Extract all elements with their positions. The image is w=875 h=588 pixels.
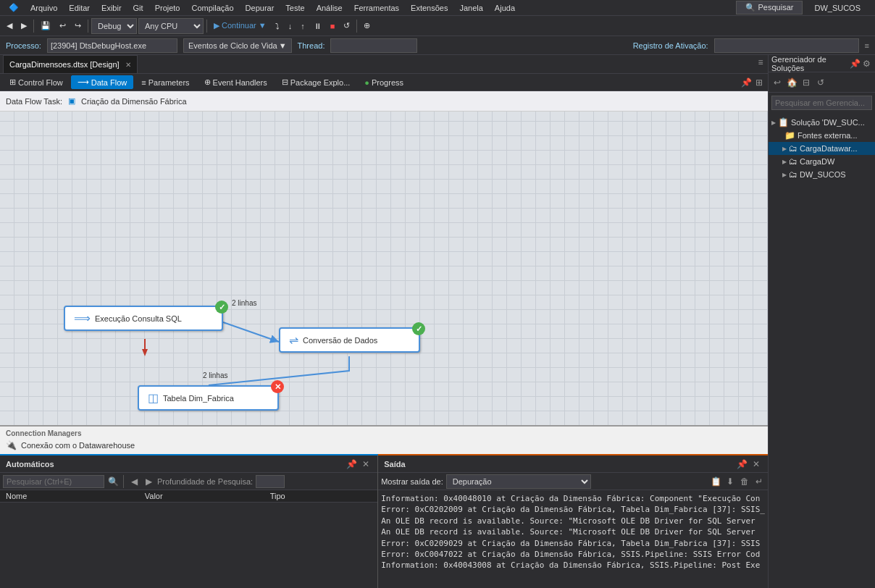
auto-panel-controls: 📌 ✕ (346, 458, 372, 470)
restart-btn[interactable]: ↺ (340, 19, 353, 33)
undo-btn[interactable]: ↩ (56, 19, 70, 33)
output-source-dropdown[interactable]: Depuração (446, 474, 591, 489)
solution-settings-btn[interactable]: ⚙ (861, 58, 872, 70)
auto-search-icon[interactable]: 🔍 (107, 476, 119, 487)
menu-analise[interactable]: Análise (311, 2, 348, 14)
continue-btn[interactable]: ▶ Continuar ▼ (210, 19, 270, 33)
menu-projeto[interactable]: Projeto (149, 2, 186, 14)
menu-janela[interactable]: Janela (453, 2, 488, 14)
tree-item[interactable]: ▶🗂CargaDatawar... (769, 142, 875, 155)
menu-compilacao[interactable]: Compilação (185, 2, 239, 14)
control-flow-label: Control Flow (18, 78, 63, 87)
sol-back-btn[interactable]: ↩ (771, 77, 783, 88)
output-copy-btn[interactable]: 📋 (710, 476, 721, 487)
stop-btn[interactable]: ■ (327, 20, 339, 33)
solution-explorer-header: Gerenciador de Soluções 📌 ⚙ (769, 55, 875, 72)
tab-parameters[interactable]: ≡ Parameters (135, 76, 196, 89)
solution-pin-btn[interactable]: 📌 (849, 58, 861, 70)
output-close-btn[interactable]: ✕ (750, 458, 762, 470)
menu-teste[interactable]: Teste (280, 2, 310, 14)
tree-item[interactable]: ▶📋Solução 'DW_SUC... (769, 116, 875, 129)
cpu-config-dropdown[interactable]: Any CPU (138, 18, 204, 34)
breakpoint-btn[interactable]: ⊕ (360, 19, 374, 33)
menu-ajuda[interactable]: Ajuda (489, 2, 521, 14)
tab-options-btn[interactable]: ≡ (755, 56, 766, 68)
menu-depurar[interactable]: Depurar (240, 2, 280, 14)
sep1 (33, 20, 34, 33)
step-out-btn[interactable]: ↑ (297, 20, 309, 33)
node-tabela[interactable]: ◫ Tabela Dim_Fabrica ✕ (138, 385, 279, 411)
pause-btn[interactable]: ⏸ (310, 20, 325, 33)
auto-panel-pin-btn[interactable]: 📌 (346, 458, 357, 470)
save-btn[interactable]: 💾 (37, 19, 54, 33)
back-btn[interactable]: ◀ (3, 19, 16, 33)
processo-input[interactable] (47, 38, 177, 53)
output-panel-title: Saída (384, 460, 405, 469)
redo-btn[interactable]: ↪ (71, 19, 85, 33)
auto-panel-title: Automáticos (6, 460, 54, 469)
node-conversao-icon: ⇌ (289, 333, 298, 347)
output-pin-btn[interactable]: 📌 (736, 458, 748, 470)
conn-managers-title: Connection Managers (6, 429, 762, 437)
auto-panel-close-btn[interactable]: ✕ (360, 458, 372, 470)
file-tab[interactable]: CargaDimensoes.dtsx [Design] ✕ (3, 55, 138, 73)
auto-forward-btn[interactable]: ▶ (143, 476, 154, 487)
auto-depth-input[interactable] (256, 475, 285, 488)
sol-refresh-btn[interactable]: ↺ (815, 77, 826, 88)
conn-label-0: Conexão com o Datawarehouse (21, 441, 135, 450)
output-line: Information: 0x40048010 at Criação da Di… (381, 493, 765, 504)
tree-item[interactable]: ▶🗂CargaDW (769, 155, 875, 168)
menu-bar: 🔷 Arquivo Editar Exibir Git Projeto Comp… (0, 0, 875, 16)
progress-icon: ● (364, 78, 369, 87)
event-handlers-icon: ⊕ (204, 77, 211, 87)
menu-editar[interactable]: Editar (63, 2, 96, 14)
tree-item[interactable]: 📁Fontes externa... (769, 129, 875, 142)
output-scroll-btn[interactable]: ⬇ (724, 476, 736, 487)
tab-filename: CargaDimensoes.dtsx [Design] (9, 60, 120, 69)
node-execucao[interactable]: ⟹ Execução Consulta SQL ✓ (64, 306, 223, 331)
auto-back-btn[interactable]: ◀ (128, 476, 140, 487)
menu-extensoes[interactable]: Extensões (405, 2, 453, 14)
auto-search-input[interactable] (3, 475, 104, 488)
activation-label: Registro de Ativação: (633, 41, 708, 50)
output-clear-btn[interactable]: 🗑 (739, 476, 750, 487)
output-wrap-btn[interactable]: ↵ (753, 476, 765, 487)
sol-home-btn[interactable]: 🏠 (786, 77, 797, 88)
tab-event-handlers[interactable]: ⊕ Event Handlers (198, 75, 274, 89)
thread-input[interactable] (330, 38, 417, 53)
search-bar[interactable]: 🔍 Pesquisar (736, 1, 803, 14)
tree-node-icon: 🗂 (789, 143, 797, 154)
tab-close-btn[interactable]: ✕ (125, 61, 131, 69)
solution-explorer-toolbar: ↩ 🏠 ⊟ ↺ (769, 72, 875, 93)
sol-collapse-btn[interactable]: ⊟ (800, 77, 812, 88)
package-explorer-icon: ⊟ (282, 77, 288, 87)
menu-arquivo[interactable]: Arquivo (25, 2, 63, 14)
step-over-btn[interactable]: ⤵ (272, 20, 283, 33)
tab-progress[interactable]: ● Progress (358, 76, 410, 89)
debug-config-dropdown[interactable]: Debug (91, 18, 137, 34)
conn-managers: Connection Managers 🔌 Conexão com o Data… (0, 425, 768, 454)
expand-icon[interactable]: ≡ (865, 41, 869, 50)
tree-item[interactable]: ▶🗂DW_SUCOS (769, 168, 875, 181)
tab-data-flow[interactable]: ⟶ Data Flow (71, 75, 134, 89)
canvas-area[interactable]: 2 linhas 2 linhas ⟹ Execução Consulta SQ… (0, 112, 768, 425)
tree-node-label: DW_SUCOS (800, 170, 846, 179)
forward-btn[interactable]: ▶ (17, 19, 30, 33)
node-execucao-icon: ⟹ (74, 311, 91, 325)
tab-package-explorer[interactable]: ⊟ Package Explo... (275, 75, 357, 89)
menu-exibir[interactable]: Exibir (96, 2, 127, 14)
design-pin-btn[interactable]: 📌 (740, 77, 752, 88)
solution-search-input[interactable] (771, 96, 872, 110)
activation-input[interactable] (714, 38, 859, 53)
menu-ferramentas[interactable]: Ferramentas (348, 2, 405, 14)
conn-item-0[interactable]: 🔌 Conexão com o Datawarehouse (6, 440, 762, 450)
node-conversao[interactable]: ⇌ Conversão de Dados ✓ (279, 327, 420, 353)
processo-label: Processo: (6, 41, 41, 50)
node-conversao-label: Conversão de Dados (303, 336, 377, 345)
menu-git[interactable]: Git (127, 2, 149, 14)
eventos-btn[interactable]: Eventos de Ciclo de Vida ▼ (183, 38, 292, 53)
design-layout-btn[interactable]: ⊞ (753, 77, 765, 88)
tab-control-flow[interactable]: ⊞ Control Flow (3, 75, 70, 89)
left-panel: CargaDimensoes.dtsx [Design] ✕ ≡ ⊞ Contr… (0, 55, 768, 588)
step-into-btn[interactable]: ↓ (285, 20, 296, 33)
